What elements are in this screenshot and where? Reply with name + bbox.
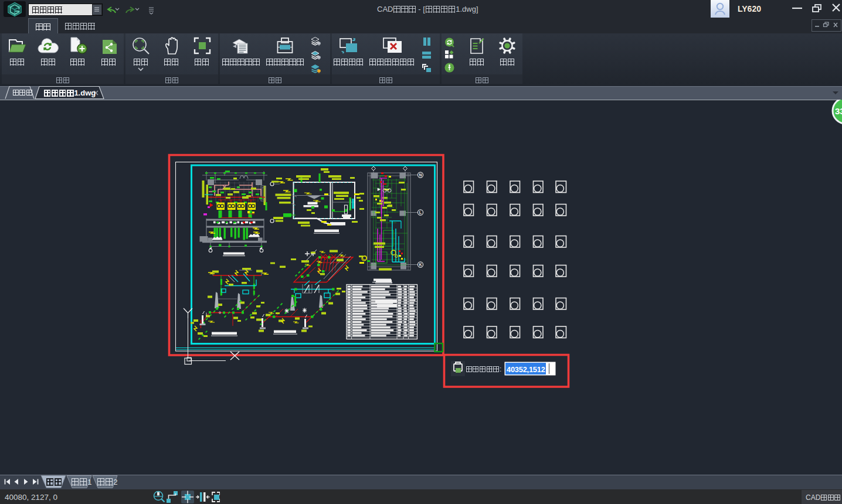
- svg-text:K: K: [419, 263, 422, 267]
- svg-text:L: L: [419, 210, 422, 214]
- svg-text:40352,1512: 40352,1512: [507, 365, 545, 374]
- svg-text:33: 33: [835, 106, 842, 116]
- svg-text:N: N: [419, 173, 422, 177]
